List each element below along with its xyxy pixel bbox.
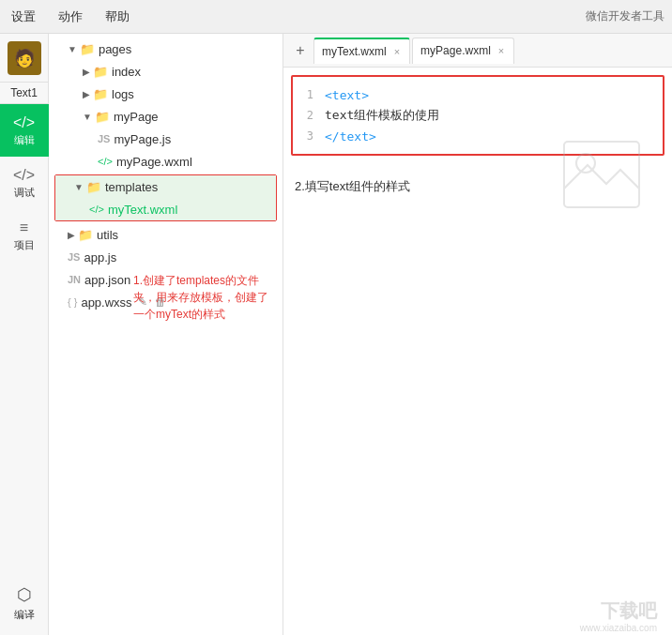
arrow-index: ▶ xyxy=(83,67,90,77)
folder-icon-templates: 📁 xyxy=(86,180,101,194)
folder-icon-utils: 📁 xyxy=(78,228,93,242)
image-placeholder xyxy=(559,137,644,212)
tree-item-myPage[interactable]: ▼ 📁 myPage xyxy=(49,105,283,128)
arrow-myPage: ▼ xyxy=(83,112,92,122)
tree-item-myPage-wxml[interactable]: </> myPage.wxml xyxy=(49,150,283,173)
avatar-area: 🧑 xyxy=(0,34,49,83)
tree-item-utils[interactable]: ▶ 📁 utils xyxy=(49,223,283,246)
arrow-pages: ▼ xyxy=(68,44,77,54)
tab-label-myText: myText.wxml xyxy=(322,45,387,58)
sidebar-item-debug[interactable]: </> 调试 xyxy=(0,157,49,209)
compile-label: 编译 xyxy=(14,608,35,622)
edit-icon: </> xyxy=(13,114,35,131)
file-tree-body: ▼ 📁 pages ▶ 📁 index ▶ 📁 logs ▼ 📁 myPage xyxy=(49,34,283,635)
watermark-url: www.xiazaiba.com xyxy=(580,623,657,633)
edit-label: 编辑 xyxy=(14,133,35,147)
menu-item-settings[interactable]: 设置 xyxy=(8,5,39,29)
line-number-3: 3 xyxy=(297,129,325,143)
item-label-utils: utils xyxy=(97,228,118,242)
tab-label-myPage: myPage.wxml xyxy=(420,44,491,57)
item-label-myPage: myPage xyxy=(114,110,159,124)
file-tree-panel: ▼ 📁 pages ▶ 📁 index ▶ 📁 logs ▼ 📁 myPage xyxy=(49,34,283,635)
folder-icon-logs: 📁 xyxy=(93,87,108,101)
sidebar-top: 🧑 Text1 </> 编辑 </> 调试 ≡ 项目 xyxy=(0,34,48,262)
tree-item-myText-wxml[interactable]: </> myText.wxml xyxy=(55,198,276,220)
menu-bar-left: 设置 动作 帮助 xyxy=(8,5,133,29)
watermark: 下载吧 xyxy=(601,598,657,624)
project-icon: ≡ xyxy=(20,219,28,236)
sidebar-bottom: ⬡ 编译 xyxy=(0,579,49,635)
tree-item-pages[interactable]: ▼ 📁 pages xyxy=(49,38,283,60)
arrow-templates: ▼ xyxy=(74,182,84,192)
icon-sidebar: 🧑 Text1 </> 编辑 </> 调试 ≡ 项目 ⬡ xyxy=(0,34,49,635)
tree-item-logs[interactable]: ▶ 📁 logs xyxy=(49,83,283,105)
menu-item-actions[interactable]: 动作 xyxy=(54,5,86,29)
sidebar-item-edit[interactable]: </> 编辑 xyxy=(0,104,49,157)
tree-item-app-js[interactable]: JS app.js xyxy=(49,246,283,268)
arrow-logs: ▶ xyxy=(83,89,90,99)
arrow-utils: ▶ xyxy=(68,230,75,240)
item-label-myText-wxml: myText.wxml xyxy=(108,203,177,217)
tree-item-myPage-js[interactable]: JS myPage.js xyxy=(49,128,283,150)
item-label-index: index xyxy=(112,65,141,79)
main-layout: 🧑 Text1 </> 编辑 </> 调试 ≡ 项目 ⬡ xyxy=(0,34,672,635)
js-icon: JS xyxy=(98,133,110,144)
tree-item-index[interactable]: ▶ 📁 index xyxy=(49,60,283,83)
folder-icon-index: 📁 xyxy=(93,65,108,79)
tab-close-myPage[interactable]: × xyxy=(496,44,506,57)
tab-close-myText[interactable]: × xyxy=(392,45,402,58)
debug-label: 调试 xyxy=(14,186,35,200)
wxml-icon-myText: </> xyxy=(89,204,104,215)
item-label-logs: logs xyxy=(112,87,134,101)
wxss-icon-app: { } xyxy=(68,296,77,308)
menu-item-help[interactable]: 帮助 xyxy=(101,5,133,29)
editor-tabs: + myText.wxml × myPage.wxml × xyxy=(283,34,672,68)
item-label-pages: pages xyxy=(99,42,131,56)
item-label-myPage-js: myPage.js xyxy=(114,132,171,146)
line-number-1: 1 xyxy=(297,88,325,101)
tab-myText-wxml[interactable]: myText.wxml × xyxy=(313,38,410,64)
tree-item-templates[interactable]: ▼ 📁 templates xyxy=(55,175,276,198)
templates-highlight-box: ▼ 📁 templates </> myText.wxml xyxy=(54,174,277,221)
item-label-templates: templates xyxy=(105,180,158,194)
svg-rect-0 xyxy=(564,142,639,207)
tab-myPage-wxml[interactable]: myPage.wxml × xyxy=(412,38,514,64)
item-label-app-wxss: app.wxss xyxy=(81,295,131,310)
json-icon-app: JN xyxy=(68,274,81,285)
line-number-2: 2 xyxy=(297,109,325,122)
sidebar-item-compile[interactable]: ⬡ 编译 xyxy=(0,579,49,627)
menu-bar: 设置 动作 帮助 微信开发者工具 xyxy=(0,0,672,34)
app-title: 微信开发者工具 xyxy=(586,8,664,24)
debug-icon: </> xyxy=(13,167,35,184)
compile-icon: ⬡ xyxy=(17,584,32,605)
code-line-2: 2 text组件模板的使用 xyxy=(293,105,663,126)
item-label-app-js: app.js xyxy=(84,250,116,265)
project-label: 项目 xyxy=(14,238,35,252)
code-line-1: 1 <text> xyxy=(293,84,663,105)
folder-icon-pages: 📁 xyxy=(80,42,95,56)
add-tab-button[interactable]: + xyxy=(287,38,313,64)
sidebar-item-project[interactable]: ≡ 项目 xyxy=(0,209,49,262)
editor-panel: + myText.wxml × myPage.wxml × 1 <text> xyxy=(283,34,672,635)
folder-icon-myPage: 📁 xyxy=(95,110,110,124)
line-content-1: <text> xyxy=(325,88,369,102)
line-content-3: </text> xyxy=(325,129,376,144)
line-content-2: text组件模板的使用 xyxy=(325,107,439,124)
project-name-label: Text1 xyxy=(0,83,48,104)
wxml-icon-myPage: </> xyxy=(98,156,113,167)
annotation-step1: 1.创建了templates的文件夹，用来存放模板，创建了一个myText的样式 xyxy=(133,272,279,323)
item-label-app-json: app.json xyxy=(84,273,130,287)
item-label-myPage-wxml: myPage.wxml xyxy=(116,155,192,169)
js-icon-app: JS xyxy=(68,251,80,263)
avatar: 🧑 xyxy=(8,41,41,75)
